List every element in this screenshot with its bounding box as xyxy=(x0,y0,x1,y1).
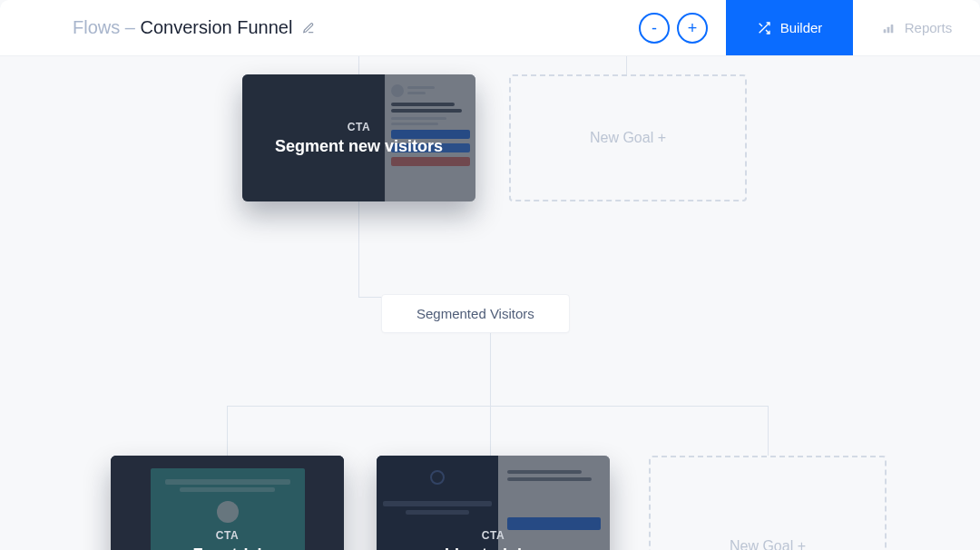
bar-chart-icon xyxy=(881,21,896,35)
segment-pill[interactable]: Segmented Visitors xyxy=(381,294,570,333)
breadcrumb-current: Conversion Funnel xyxy=(140,17,292,37)
segment-pill-label: Segmented Visitors xyxy=(416,306,534,321)
zoom-out-button[interactable]: - xyxy=(639,13,670,44)
svg-rect-1 xyxy=(887,26,889,33)
edit-icon[interactable] xyxy=(301,21,316,35)
new-goal-placeholder-top[interactable]: New Goal + xyxy=(509,74,747,201)
svg-rect-2 xyxy=(890,25,893,33)
app-header: Flows – Conversion Funnel - + Builder Re… xyxy=(0,0,980,56)
flow-canvas[interactable]: CTA Segment new visitors New Goal + Segm… xyxy=(0,56,980,550)
breadcrumb[interactable]: Flows – Conversion Funnel xyxy=(73,0,316,55)
node-title: Free trial xyxy=(192,545,261,551)
shuffle-icon xyxy=(757,21,771,35)
new-goal-placeholder-bottom[interactable]: New Goal + xyxy=(649,456,887,550)
tab-reports[interactable]: Reports xyxy=(853,0,980,55)
node-tag: CTA xyxy=(445,529,542,542)
breadcrumb-prefix: Flows – xyxy=(73,17,140,37)
node-title: Segment new visitors xyxy=(275,137,443,156)
svg-rect-0 xyxy=(883,29,886,33)
node-free-trial[interactable]: CTA Free trial xyxy=(111,456,344,550)
node-segment-new-visitors[interactable]: CTA Segment new visitors xyxy=(242,74,475,201)
breadcrumb-text: Flows – Conversion Funnel xyxy=(73,17,292,38)
tab-builder[interactable]: Builder xyxy=(726,0,853,55)
node-title: Live training xyxy=(445,545,542,551)
zoom-in-button[interactable]: + xyxy=(677,13,708,44)
reports-label: Reports xyxy=(905,20,953,35)
builder-label: Builder xyxy=(780,20,823,35)
node-tag: CTA xyxy=(275,121,443,133)
node-live-training[interactable]: CTA Live training xyxy=(377,456,610,550)
new-goal-label: New Goal + xyxy=(730,538,806,550)
new-goal-label: New Goal + xyxy=(590,130,666,146)
node-tag: CTA xyxy=(192,529,261,542)
zoom-controls: - + xyxy=(639,0,726,55)
